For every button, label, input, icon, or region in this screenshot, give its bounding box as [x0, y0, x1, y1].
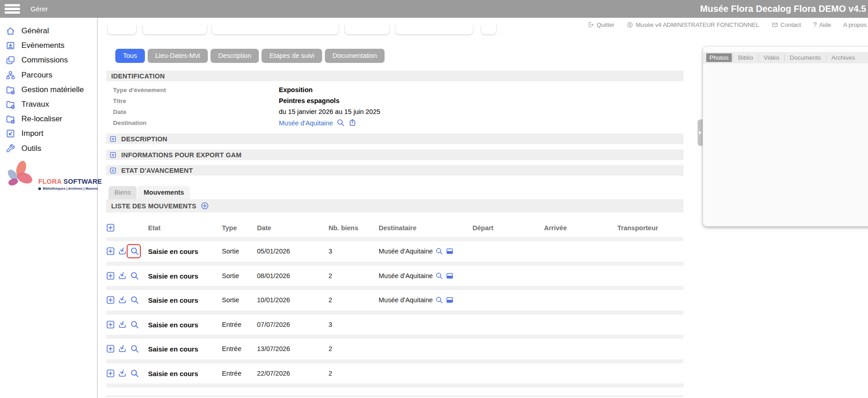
toolbar-button-stub[interactable] — [211, 25, 339, 35]
media-panel-tabs: Photos Biblio Vidéo Documents Archives — [703, 52, 868, 63]
sidebar-item-label: Gestion matérielle — [21, 85, 84, 94]
tab-etapes-de-suivi[interactable]: Etapes de suivi — [262, 49, 322, 63]
plus-icon[interactable] — [106, 271, 115, 280]
search-icon[interactable] — [435, 272, 443, 280]
row-separator — [106, 310, 683, 315]
col-arrivee: Arrivée — [544, 224, 567, 232]
sidebar-item-outils[interactable]: Outils — [0, 141, 97, 156]
tab-documents[interactable]: Documents — [786, 53, 825, 62]
toolbar-button-stub[interactable] — [395, 25, 473, 35]
search-icon[interactable] — [130, 247, 139, 256]
expand-plus-icon[interactable] — [109, 167, 117, 174]
cell-etat: Saisie en cours — [148, 272, 198, 279]
app-title: Musée Flora Decalog Flora DEMO v4.5 — [700, 0, 866, 18]
flora-software-logo: FLORA SOFTWARE Bibliothèques | Archives … — [0, 160, 97, 201]
download-icon[interactable] — [118, 320, 127, 329]
contact-button[interactable]: Contact — [771, 21, 801, 28]
cell-etat: Saisie en cours — [148, 296, 198, 304]
tab-photos[interactable]: Photos — [706, 53, 732, 62]
tab-biblio[interactable]: Biblio — [734, 53, 757, 62]
search-icon[interactable] — [130, 368, 139, 378]
search-icon[interactable] — [130, 320, 139, 329]
row-separator — [106, 335, 683, 339]
home-icon — [5, 26, 15, 36]
sidebar-item-gestion-materielle[interactable]: Gestion matérielle — [0, 83, 97, 97]
cell-date: 07/07/2026 — [257, 321, 290, 328]
description-section-header[interactable]: DESCRIPTION — [106, 134, 683, 144]
sidebar-item-import[interactable]: Import — [0, 126, 97, 141]
sidebar-item-relocaliser[interactable]: Re-localiser — [0, 112, 97, 126]
download-icon[interactable] — [118, 295, 127, 305]
search-icon[interactable] — [435, 247, 443, 255]
expand-plus-icon[interactable] — [109, 151, 117, 159]
plus-icon[interactable] — [106, 247, 115, 256]
download-icon[interactable] — [118, 368, 127, 378]
identification-fields: Type d'évènement Exposition Titre Peintr… — [98, 84, 690, 128]
tab-tous[interactable]: Tous — [115, 49, 145, 63]
section-title: INFORMATIONS POUR EXPORT GAM — [121, 151, 241, 159]
search-icon[interactable] — [336, 119, 345, 127]
window-icon[interactable] — [446, 296, 454, 304]
mail-icon — [771, 21, 778, 28]
tagline-text: Bibliothèques | Archives | Musées — [43, 186, 98, 191]
sidebar-item-parcours[interactable]: Parcours — [0, 68, 97, 83]
destinataire-text: Musée d'Aquitaine — [379, 272, 433, 279]
flora-flower-icon — [3, 160, 35, 191]
sidebar-item-label: Import — [21, 129, 43, 138]
tab-description[interactable]: Description — [211, 49, 259, 63]
window-icon[interactable] — [446, 272, 454, 280]
expand-plus-icon[interactable] — [109, 135, 117, 143]
sidebar-item-label: Commissions — [21, 56, 68, 65]
toolbar-button-stub[interactable] — [344, 25, 390, 35]
section-title: DESCRIPTION — [121, 135, 167, 143]
download-icon[interactable] — [118, 344, 127, 354]
search-icon[interactable] — [130, 271, 139, 280]
add-row-icon[interactable] — [106, 223, 115, 233]
tab-mouvements[interactable]: Mouvements — [138, 186, 190, 199]
download-icon[interactable] — [118, 271, 127, 280]
logo-wordmark: FLORA SOFTWARE — [38, 178, 102, 185]
sidebar-item-commissions[interactable]: Commissions — [0, 53, 97, 67]
search-icon[interactable] — [130, 295, 139, 305]
tab-archives[interactable]: Archives — [827, 53, 859, 62]
tab-video[interactable]: Vidéo — [760, 53, 783, 62]
add-movement-icon[interactable] — [200, 202, 209, 210]
search-icon[interactable] — [435, 296, 443, 304]
cell-destinataire: Musée d'Aquitaine — [379, 272, 454, 280]
cell-nb-biens: 2 — [329, 370, 332, 377]
field-titre: Titre Peintres espagnols — [98, 95, 690, 106]
logo-flora: FLORA — [38, 178, 62, 185]
aide-button[interactable]: ? Aide — [813, 21, 831, 28]
field-label: Type d'évènement — [113, 87, 166, 93]
sidebar-item-travaux[interactable]: Travaux — [0, 97, 97, 112]
download-icon[interactable] — [118, 247, 127, 256]
plus-icon[interactable] — [106, 344, 115, 354]
toolbar-button-stub[interactable] — [481, 25, 497, 35]
tab-biens[interactable]: Biens — [108, 186, 137, 199]
plus-icon[interactable] — [106, 320, 115, 329]
gerer-menu[interactable]: Gérer — [31, 0, 48, 18]
window-icon[interactable] — [446, 247, 454, 255]
sidebar-item-evenements[interactable]: Evènements — [0, 38, 97, 53]
tab-divider — [758, 54, 759, 61]
field-label: Destination — [113, 119, 147, 126]
destination-link[interactable]: Musée d'Aquitaine — [279, 119, 333, 126]
tab-lieu-dates-mvt[interactable]: Lieu-Dates-Mvt — [148, 49, 208, 63]
plus-icon[interactable] — [106, 368, 115, 378]
hamburger-menu-icon[interactable] — [5, 4, 21, 14]
toolbar-button-stub[interactable] — [107, 25, 137, 35]
avancement-section-header[interactable]: ETAT D'AVANCEMENT — [106, 165, 683, 176]
toolbar-button-stub[interactable] — [142, 25, 207, 35]
event-box-icon — [5, 41, 15, 51]
plus-icon[interactable] — [106, 295, 115, 305]
table-row: Saisie en cours Entrée 13/07/2026 2 — [98, 339, 702, 359]
tab-documentation[interactable]: Documentation — [325, 49, 385, 63]
open-window-icon[interactable] — [348, 119, 357, 127]
apropos-button[interactable]: A propos — [843, 21, 867, 28]
tab-divider — [784, 54, 785, 61]
cell-date: 05/01/2026 — [257, 248, 290, 255]
search-icon[interactable] — [130, 344, 139, 354]
export-gam-section-header[interactable]: INFORMATIONS POUR EXPORT GAM — [106, 150, 683, 160]
sidebar-item-general[interactable]: Général — [0, 24, 97, 38]
section-title: IDENTIFICATION — [111, 72, 165, 80]
